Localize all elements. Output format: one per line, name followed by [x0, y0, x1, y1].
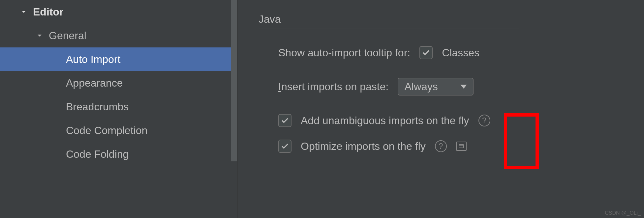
setting-row-insert-paste: Insert imports on paste: Always — [259, 78, 644, 95]
setting-row-optimize: Optimize imports on the fly ? — [259, 140, 644, 153]
tooltip-label: Show auto-import tooltip for: — [278, 47, 410, 59]
setting-row-tooltip: Show auto-import tooltip for: Classes — [259, 46, 644, 59]
sidebar-item-label: Appearance — [66, 77, 123, 89]
checkbox-optimize-imports[interactable] — [278, 140, 291, 153]
setting-row-add-unambiguous: Add unambiguous imports on the fly ? — [259, 114, 644, 127]
sidebar-item-label: Code Folding — [66, 148, 129, 160]
sidebar-item-label: Auto Import — [66, 53, 120, 66]
select-value: Always — [404, 81, 438, 93]
classes-label: Classes — [442, 47, 479, 59]
chevron-down-icon — [18, 7, 29, 17]
insert-paste-label: Insert imports on paste: — [278, 81, 388, 93]
checkbox-classes[interactable] — [419, 46, 433, 59]
checkbox-add-unambiguous[interactable] — [278, 114, 291, 127]
sidebar-item-appearance[interactable]: Appearance — [0, 71, 237, 95]
sidebar-item-breadcrumbs[interactable]: Breadcrumbs — [0, 95, 237, 119]
settings-sidebar: Editor General Auto Import Appearance Br… — [0, 0, 237, 218]
sidebar-item-label: Breadcrumbs — [66, 101, 129, 113]
watermark: CSDN @_OLi_ — [605, 210, 641, 216]
chevron-down-icon — [34, 30, 45, 41]
dropdown-arrow-icon — [460, 85, 467, 89]
sidebar-scrollbar[interactable] — [231, 0, 237, 161]
sidebar-item-editor[interactable]: Editor — [0, 0, 237, 24]
optimize-label: Optimize imports on the fly — [301, 140, 426, 152]
help-icon[interactable]: ? — [435, 140, 447, 152]
section-title-java: Java — [259, 13, 519, 29]
help-icon[interactable]: ? — [478, 115, 490, 126]
select-insert-imports[interactable]: Always — [398, 78, 474, 95]
sidebar-item-auto-import[interactable]: Auto Import — [0, 47, 237, 71]
sidebar-item-code-folding[interactable]: Code Folding — [0, 142, 237, 166]
sidebar-item-general[interactable]: General — [0, 24, 237, 47]
scope-icon[interactable] — [456, 142, 467, 151]
sidebar-item-code-completion[interactable]: Code Completion — [0, 119, 237, 142]
add-unambiguous-label: Add unambiguous imports on the fly — [301, 115, 469, 127]
sidebar-item-label: General — [49, 30, 86, 42]
sidebar-item-label: Editor — [33, 6, 63, 18]
settings-content: Java Show auto-import tooltip for: Class… — [237, 0, 644, 218]
sidebar-item-label: Code Completion — [66, 124, 147, 137]
